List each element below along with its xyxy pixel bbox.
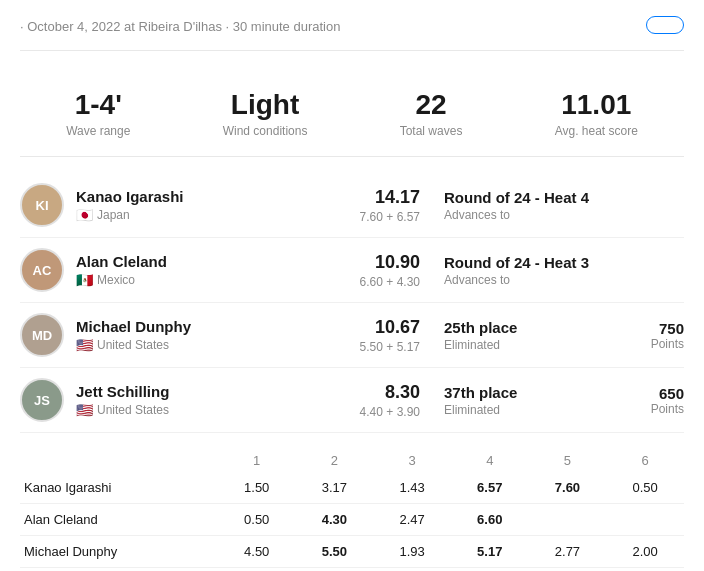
surfer-avatar-2: MD — [20, 313, 64, 357]
wave-header-col-1: 1 — [218, 449, 296, 472]
wave-cell-0-1: 3.17 — [296, 472, 374, 504]
points-label-3: Points — [624, 402, 684, 416]
surfer-points-3: 650 Points — [624, 385, 684, 416]
surfer-flag-0: 🇯🇵 — [76, 207, 93, 223]
wave-header-col-5: 5 — [529, 449, 607, 472]
surfer-country-1: 🇲🇽 Mexico — [76, 272, 330, 288]
wave-row-name-1: Alan Cleland — [20, 504, 218, 536]
score-sub-0: 7.60 + 6.57 — [330, 210, 420, 224]
header-section: · October 4, 2022 at Ribeira D'ilhas · 3… — [20, 16, 684, 51]
wave-table-header: 123456 — [20, 449, 684, 472]
stat-label-3: Avg. heat score — [555, 124, 638, 138]
surfer-avatar-0: KI — [20, 183, 64, 227]
surfer-country-3: 🇺🇸 United States — [76, 402, 330, 418]
wave-header-col-0 — [20, 449, 218, 472]
surfer-name-0: Kanao Igarashi — [76, 188, 330, 205]
surfer-country-name-0: Japan — [97, 208, 130, 222]
result-main-3: 37th place — [444, 384, 624, 401]
wave-cell-3-4: 1.57 — [529, 568, 607, 572]
score-sub-1: 6.60 + 4.30 — [330, 275, 420, 289]
wave-cell-1-1: 4.30 — [296, 504, 374, 536]
surfer-score-0: 14.17 7.60 + 6.57 — [330, 187, 420, 224]
points-value-2: 750 — [624, 320, 684, 337]
wave-cell-2-1: 5.50 — [296, 536, 374, 568]
wave-header-col-6: 6 — [606, 449, 684, 472]
surfer-avatar-3: JS — [20, 378, 64, 422]
wave-cell-3-5: 3.30 — [606, 568, 684, 572]
surfer-score-3: 8.30 4.40 + 3.90 — [330, 382, 420, 419]
wave-cell-0-5: 0.50 — [606, 472, 684, 504]
wave-scores-table: 123456 Kanao Igarashi1.503.171.436.577.6… — [20, 449, 684, 571]
stat-item-2: 22 Total waves — [400, 89, 463, 138]
surfer-info-1: Alan Cleland 🇲🇽 Mexico — [76, 253, 330, 288]
result-main-1: Round of 24 - Heat 3 — [444, 254, 624, 271]
surfer-row-0: KI Kanao Igarashi 🇯🇵 Japan 14.17 7.60 + … — [20, 173, 684, 238]
surfer-flag-2: 🇺🇸 — [76, 337, 93, 353]
wave-header-col-4: 4 — [451, 449, 529, 472]
surfer-points-2: 750 Points — [624, 320, 684, 351]
wave-header-row: 123456 — [20, 449, 684, 472]
watch-replay-button[interactable] — [646, 16, 684, 34]
surfer-flag-3: 🇺🇸 — [76, 402, 93, 418]
surfer-country-name-2: United States — [97, 338, 169, 352]
score-main-3: 8.30 — [330, 382, 420, 403]
surfer-name-3: Jett Schilling — [76, 383, 330, 400]
surfer-country-name-3: United States — [97, 403, 169, 417]
wave-cell-1-3: 6.60 — [451, 504, 529, 536]
surfer-info-2: Michael Dunphy 🇺🇸 United States — [76, 318, 330, 353]
wave-row-0: Kanao Igarashi1.503.171.436.577.600.50 — [20, 472, 684, 504]
wave-row-2: Michael Dunphy4.505.501.935.172.772.00 — [20, 536, 684, 568]
result-sub-1: Advances to — [444, 273, 624, 287]
points-value-3: 650 — [624, 385, 684, 402]
wave-cell-0-4: 7.60 — [529, 472, 607, 504]
wave-row-3: Jett Schilling3.773.234.403.901.573.30 — [20, 568, 684, 572]
result-sub-3: Eliminated — [444, 403, 624, 417]
wave-cell-1-5 — [606, 504, 684, 536]
stat-item-0: 1-4' Wave range — [66, 89, 130, 138]
surfer-avatar-1: AC — [20, 248, 64, 292]
wave-table-body: Kanao Igarashi1.503.171.436.577.600.50Al… — [20, 472, 684, 571]
wave-cell-2-0: 4.50 — [218, 536, 296, 568]
wave-row-1: Alan Cleland0.504.302.476.60 — [20, 504, 684, 536]
surfer-score-1: 10.90 6.60 + 4.30 — [330, 252, 420, 289]
stat-value-1: Light — [223, 89, 308, 121]
surfer-result-3: 37th place Eliminated — [444, 384, 624, 417]
stat-label-0: Wave range — [66, 124, 130, 138]
stat-item-3: 11.01 Avg. heat score — [555, 89, 638, 138]
surfer-country-name-1: Mexico — [97, 273, 135, 287]
stat-item-1: Light Wind conditions — [223, 89, 308, 138]
points-label-2: Points — [624, 337, 684, 351]
surfer-info-0: Kanao Igarashi 🇯🇵 Japan — [76, 188, 330, 223]
surfer-result-2: 25th place Eliminated — [444, 319, 624, 352]
result-main-2: 25th place — [444, 319, 624, 336]
surfer-row-3: JS Jett Schilling 🇺🇸 United States 8.30 … — [20, 368, 684, 433]
result-sub-0: Advances to — [444, 208, 624, 222]
surfer-row-1: AC Alan Cleland 🇲🇽 Mexico 10.90 6.60 + 4… — [20, 238, 684, 303]
surfer-name-1: Alan Cleland — [76, 253, 330, 270]
wave-cell-1-2: 2.47 — [373, 504, 451, 536]
wave-header-col-2: 2 — [296, 449, 374, 472]
stats-row: 1-4' Wave rangeLight Wind conditions22 T… — [20, 71, 684, 157]
wave-row-name-2: Michael Dunphy — [20, 536, 218, 568]
wave-cell-2-5: 2.00 — [606, 536, 684, 568]
wave-cell-2-3: 5.17 — [451, 536, 529, 568]
wave-cell-3-1: 3.23 — [296, 568, 374, 572]
score-sub-2: 5.50 + 5.17 — [330, 340, 420, 354]
title-block: · October 4, 2022 at Ribeira D'ilhas · 3… — [20, 16, 340, 34]
surfer-flag-1: 🇲🇽 — [76, 272, 93, 288]
surfer-country-0: 🇯🇵 Japan — [76, 207, 330, 223]
wave-cell-3-2: 4.40 — [373, 568, 451, 572]
wave-cell-3-0: 3.77 — [218, 568, 296, 572]
stat-label-1: Wind conditions — [223, 124, 308, 138]
stat-label-2: Total waves — [400, 124, 463, 138]
score-main-0: 14.17 — [330, 187, 420, 208]
surfer-row-2: MD Michael Dunphy 🇺🇸 United States 10.67… — [20, 303, 684, 368]
stat-value-3: 11.01 — [555, 89, 638, 121]
wave-cell-2-2: 1.93 — [373, 536, 451, 568]
surfer-name-2: Michael Dunphy — [76, 318, 330, 335]
surfers-list: KI Kanao Igarashi 🇯🇵 Japan 14.17 7.60 + … — [20, 173, 684, 433]
surfer-country-2: 🇺🇸 United States — [76, 337, 330, 353]
subtitle-detail: · October 4, 2022 at Ribeira D'ilhas · 3… — [20, 19, 340, 34]
stat-value-0: 1-4' — [66, 89, 130, 121]
wave-cell-0-2: 1.43 — [373, 472, 451, 504]
